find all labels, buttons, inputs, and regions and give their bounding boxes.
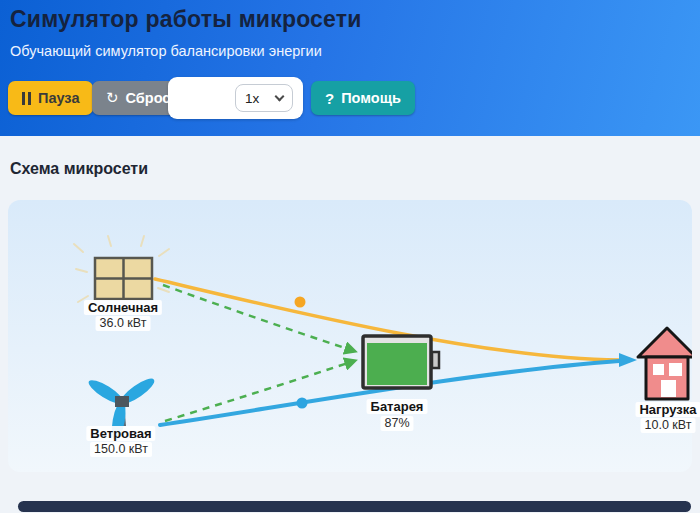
wind-node-label: Ветровая [86,426,155,441]
wind-node-value: 150.0 кВт [90,442,152,457]
microgrid-simulator-app: Симулятор работы микросети Обучающий сим… [0,0,700,513]
reset-icon: ↻ [106,89,119,107]
speed-select-value: 1x [245,91,259,106]
chevron-down-icon [275,91,285,101]
solar-node-label: Солнечная [84,300,162,315]
load-node-value: 10.0 кВт [641,418,696,433]
house-icon [638,328,692,399]
help-button-label: Помощь [341,90,401,106]
solar-energy-dot [295,297,306,308]
reset-button-label: Сброс [126,90,171,106]
microgrid-diagram-panel: Солнечная 36.0 кВт Ветровая 150.0 кВт Ба… [8,200,692,472]
pause-button-label: Пауза [38,90,79,106]
wind-to-battery-flow-line [165,361,354,421]
app-header: Симулятор работы микросети Обучающий сим… [0,0,700,136]
question-icon: ? [325,90,334,107]
pause-button[interactable]: Пауза [8,81,93,115]
help-button[interactable]: ? Помощь [311,81,415,115]
battery-node-label: Батарея [367,399,428,414]
solar-panel-icon [95,258,152,299]
horizontal-scrollbar-thumb[interactable] [18,501,691,512]
page-subtitle: Обучающий симулятор балансировки энергии [10,43,322,59]
section-title: Схема микросети [10,160,148,178]
page-title: Симулятор работы микросети [10,6,362,33]
solar-node-value: 36.0 кВт [96,316,151,331]
load-arrowhead-icon [619,353,637,367]
battery-node-value: 87% [380,416,413,431]
speed-control-container: 1x [168,77,303,119]
load-node-label: Нагрузка [635,402,700,417]
battery-icon [363,336,439,388]
wind-energy-dot [297,398,308,409]
pause-icon [22,92,31,105]
speed-select[interactable]: 1x [235,84,293,112]
